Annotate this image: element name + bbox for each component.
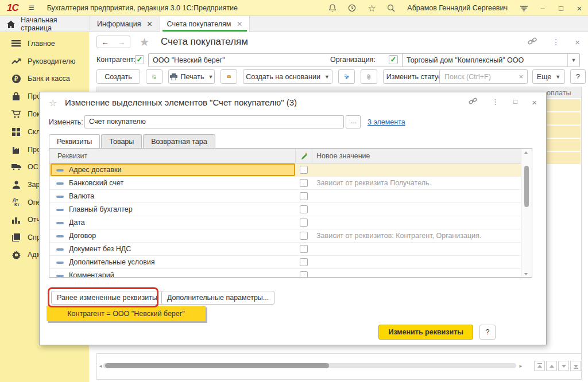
service-settings-icon[interactable] bbox=[519, 3, 528, 13]
column-new-value[interactable]: Новое значение bbox=[316, 152, 370, 160]
horizontal-scrollbar[interactable] bbox=[103, 363, 516, 368]
favorites-star-icon[interactable]: ☆ bbox=[367, 3, 376, 13]
sidebar-item-glavnoe[interactable]: Главное bbox=[0, 36, 89, 52]
forward-button[interactable]: → bbox=[113, 36, 130, 48]
scroll-down-icon[interactable] bbox=[524, 273, 528, 275]
table-row[interactable]: Валюта bbox=[49, 190, 521, 203]
current-user[interactable]: Абрамов Геннадий Сергеевич bbox=[407, 4, 508, 12]
row-checkbox[interactable] bbox=[300, 205, 308, 213]
tab-information[interactable]: Информация ✕ bbox=[90, 16, 160, 32]
row-checkbox[interactable] bbox=[300, 245, 308, 253]
attribute-dash-icon bbox=[56, 169, 64, 171]
sidebar-item-rukovoditelyu[interactable]: Руководителю bbox=[0, 53, 89, 69]
get-link-icon[interactable] bbox=[469, 98, 477, 107]
create-based-on-button[interactable]: Создать на основании▼ bbox=[243, 69, 332, 84]
print-button[interactable]: Печать▼ bbox=[168, 69, 215, 84]
table-row[interactable]: Дата bbox=[49, 216, 521, 229]
clear-search-icon[interactable]: × bbox=[515, 69, 528, 84]
dialog-middle-buttons: Ранее измененные реквизиты▼ Дополнительн… bbox=[40, 289, 546, 306]
tab-rekvizity[interactable]: Реквизиты bbox=[49, 134, 100, 148]
table-row[interactable]: Документ без НДС bbox=[49, 243, 521, 256]
more-actions-kebab-icon[interactable]: ⋮ bbox=[492, 98, 499, 107]
more-actions-kebab-icon[interactable]: ⋮ bbox=[552, 37, 560, 47]
scroll-left-icon[interactable]: ◄ bbox=[98, 364, 103, 369]
row-checkbox[interactable] bbox=[300, 219, 308, 227]
additional-params-button[interactable]: Дополнительные параметры... bbox=[161, 291, 274, 305]
row-checkbox[interactable] bbox=[300, 166, 308, 174]
table-row[interactable]: Комментарий bbox=[49, 269, 521, 278]
application-window: 1С ≡ Бухгалтерия предприятия, редакция 3… bbox=[0, 0, 588, 382]
gear-icon bbox=[10, 250, 22, 260]
row-checkbox[interactable] bbox=[300, 192, 308, 200]
dialog-help-button[interactable]: ? bbox=[479, 325, 496, 340]
menu-icon bbox=[10, 38, 22, 49]
bulk-edit-dialog: ☆ Изменение выделенных элементов "Счет п… bbox=[39, 92, 547, 345]
go-first-button[interactable] bbox=[534, 361, 545, 371]
maximize-dialog-icon[interactable]: □ bbox=[513, 98, 517, 107]
previously-changed-dropdown-item[interactable]: Контрагент = ООО "Невский берег" bbox=[47, 306, 206, 321]
maximize-icon[interactable]: □ bbox=[557, 4, 565, 13]
help-button[interactable]: ? bbox=[570, 69, 586, 84]
change-object-input[interactable]: Счет покупателю bbox=[84, 115, 344, 128]
tab-invoices[interactable]: Счета покупателям ✕ bbox=[160, 16, 250, 32]
dropdown-arrow-icon[interactable]: ▼ bbox=[567, 54, 579, 67]
favorite-star-icon[interactable]: ★ bbox=[140, 36, 149, 49]
create-button[interactable]: Создать bbox=[96, 69, 140, 84]
scrollbar-thumb[interactable] bbox=[524, 166, 529, 207]
row-checkbox[interactable] bbox=[300, 232, 308, 240]
choose-button[interactable]: ... bbox=[346, 115, 361, 128]
main-menu-icon[interactable]: ≡ bbox=[29, 2, 34, 14]
row-checkbox[interactable] bbox=[300, 258, 308, 266]
close-form-icon[interactable]: × bbox=[575, 37, 580, 47]
tab-label: Счета покупателям bbox=[167, 20, 231, 28]
row-checkbox[interactable] bbox=[300, 179, 308, 187]
apply-changes-button[interactable]: Изменить реквизиты bbox=[378, 325, 473, 340]
back-button[interactable]: ← bbox=[96, 36, 114, 48]
close-tab-icon[interactable]: ✕ bbox=[237, 20, 242, 28]
copy-document-icon[interactable] bbox=[146, 69, 163, 84]
table-row[interactable]: Главный бухгалтер bbox=[49, 203, 521, 216]
history-icon[interactable] bbox=[347, 3, 357, 13]
previously-changed-button[interactable]: Ранее измененные реквизиты▼ bbox=[51, 291, 177, 305]
tab-vozvratnaya-tara[interactable]: Возвратная тара bbox=[143, 134, 215, 148]
minimize-icon[interactable]: – bbox=[539, 4, 547, 13]
search-input[interactable]: Поиск (Ctrl+F) bbox=[439, 69, 516, 84]
close-dialog-icon[interactable]: × bbox=[532, 98, 537, 107]
go-last-button[interactable] bbox=[570, 361, 581, 371]
scroll-up-icon[interactable] bbox=[524, 151, 528, 154]
selected-row-highlight bbox=[547, 112, 581, 124]
global-search-icon[interactable] bbox=[386, 3, 396, 13]
tab-tovary[interactable]: Товары bbox=[101, 134, 142, 148]
go-prev-button[interactable] bbox=[546, 361, 557, 371]
table-row[interactable]: Дополнительные условия bbox=[49, 256, 521, 269]
row-checkbox[interactable] bbox=[300, 271, 308, 278]
tab-home[interactable]: Начальная страница bbox=[0, 16, 90, 32]
sidebar-item-bank-kassa[interactable]: ₽ Банк и касса bbox=[0, 71, 89, 87]
close-window-icon[interactable]: × bbox=[575, 3, 583, 13]
kontragent-filter-checkbox[interactable]: ✓ bbox=[135, 55, 144, 64]
go-next-button[interactable] bbox=[558, 361, 569, 371]
more-button[interactable]: Еще▼ bbox=[532, 69, 565, 84]
table-row[interactable]: Адрес доставки bbox=[49, 163, 521, 177]
selected-row-highlight bbox=[547, 126, 581, 138]
column-attribute[interactable]: Реквизит bbox=[57, 152, 87, 160]
send-email-icon[interactable] bbox=[220, 69, 237, 84]
change-status-button[interactable]: Изменить статус bbox=[383, 69, 445, 84]
elements-count-link[interactable]: 3 элемента bbox=[368, 118, 405, 126]
kontragent-filter-combo[interactable]: ООО "Невский берег" ▼ bbox=[148, 53, 419, 67]
get-link-icon[interactable] bbox=[528, 37, 537, 47]
vertical-scrollbar[interactable] bbox=[521, 149, 532, 278]
favorite-star-icon[interactable]: ☆ bbox=[49, 98, 57, 108]
selected-row-highlight bbox=[547, 152, 581, 164]
org-filter-checkbox[interactable]: ✓ bbox=[389, 55, 398, 64]
scrollbar-thumb[interactable] bbox=[105, 363, 329, 368]
structure-icon[interactable] bbox=[338, 69, 355, 84]
window-title: Бухгалтерия предприятия, редакция 3.0 1С… bbox=[47, 4, 238, 12]
close-tab-icon[interactable]: ✕ bbox=[147, 20, 153, 28]
org-filter-combo[interactable]: Торговый дом "Комплексный" ООО ▼ bbox=[402, 53, 580, 67]
table-row[interactable]: Договор Зависит от реквизитов: Контраген… bbox=[49, 229, 521, 243]
notifications-bell-icon[interactable] bbox=[328, 3, 337, 13]
table-row[interactable]: Банковский счет Зависит от реквизита Пол… bbox=[49, 177, 521, 190]
scroll-right-icon[interactable]: ► bbox=[519, 364, 523, 369]
paperclip-icon[interactable] bbox=[361, 69, 377, 84]
